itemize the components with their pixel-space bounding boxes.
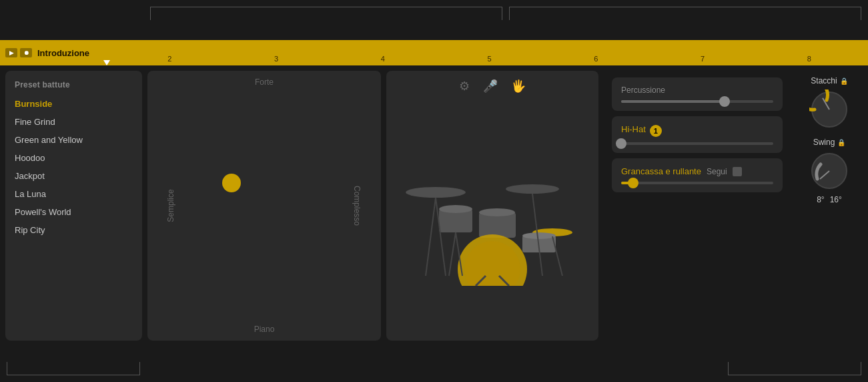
hihat-label: Hi-Hat: [621, 124, 646, 134]
stacchi-label: Stacchi: [811, 76, 837, 85]
ruler-ticks: 2 3 4 5 6 7 8: [107, 40, 868, 65]
percussione-fill: [621, 100, 725, 103]
drum-kit-visual: [386, 98, 598, 341]
pad-area[interactable]: Forte Piano Semplice Complesso: [147, 71, 381, 341]
swing-label-row: Swing 🔒: [813, 138, 846, 147]
right-panel: Stacchi 🔒 Swing 🔒: [796, 71, 863, 341]
pad-label-semplice: Semplice: [166, 189, 175, 222]
sidebar: Preset battute Burnside Fine Grind Green…: [5, 71, 142, 341]
svg-line-14: [552, 236, 562, 276]
swing-lock-icon[interactable]: 🔒: [837, 139, 845, 146]
hihat-thumb[interactable]: [616, 138, 626, 149]
stacchi-lock-icon[interactable]: 🔒: [840, 77, 848, 85]
grancassa-label: Grancassa e rullante: [621, 166, 701, 176]
sidebar-item-powells-world[interactable]: Powell's World: [5, 203, 142, 221]
ruler-icons: ▶ ⏺: [5, 48, 32, 57]
sidebar-item-jackpot[interactable]: Jackpot: [5, 167, 142, 185]
drum-pattern-icon[interactable]: ⚙: [459, 79, 470, 93]
hihat-badge: 1: [650, 125, 662, 137]
percussione-thumb[interactable]: [719, 96, 730, 107]
ruler-num-4: 4: [381, 55, 385, 63]
microphone-icon[interactable]: 🎤: [483, 79, 498, 93]
bracket-right: [509, 7, 861, 20]
segui-toggle[interactable]: [733, 167, 742, 176]
percussione-section: Percussione: [612, 77, 783, 111]
ruler-label: Introduzione: [37, 48, 89, 58]
stacchi-section: Stacchi 🔒: [796, 76, 863, 130]
ruler-num-6: 6: [594, 55, 598, 63]
grancassa-section: Grancassa e rullante Segui: [612, 158, 783, 192]
hihat-slider[interactable]: [621, 142, 773, 145]
svg-point-1: [506, 184, 559, 194]
top-brackets: [150, 7, 861, 40]
svg-point-0: [406, 187, 466, 198]
record-icon[interactable]: ⏺: [20, 48, 32, 57]
drum-kit-svg: [399, 152, 586, 286]
sidebar-item-rip-city[interactable]: Rip City: [5, 221, 142, 239]
bottom-brackets: [7, 362, 861, 375]
bracket-left: [150, 7, 502, 20]
sidebar-item-green-and-yellow[interactable]: Green and Yellow: [5, 131, 142, 149]
stacchi-knob[interactable]: [809, 89, 849, 130]
sidebar-item-la-luna[interactable]: La Luna: [5, 185, 142, 203]
segui-label: Segui: [707, 167, 727, 176]
percussione-label: Percussione: [621, 85, 773, 95]
drum-area: ⚙ 🎤 🖐: [386, 71, 598, 341]
swing-label: Swing: [813, 138, 835, 147]
pad-label-complesso: Complesso: [352, 186, 362, 226]
ruler-num-7: 7: [701, 55, 705, 63]
svg-point-6: [479, 208, 515, 216]
sidebar-item-hoodoo[interactable]: Hoodoo: [5, 149, 142, 167]
main-area: Preset battute Burnside Fine Grind Green…: [0, 65, 868, 346]
svg-line-15: [449, 232, 456, 276]
swing-values: 8° 16°: [817, 195, 842, 204]
percussione-slider[interactable]: [621, 100, 773, 103]
ruler-num-5: 5: [488, 55, 492, 63]
hihat-section: Hi-Hat 1: [612, 116, 783, 153]
play-icon[interactable]: ▶: [5, 48, 17, 57]
pad-label-forte: Forte: [255, 77, 274, 87]
svg-line-11: [426, 198, 436, 276]
bottom-bracket-right: [728, 362, 861, 375]
drum-icons-row: ⚙ 🎤 🖐: [386, 71, 598, 98]
grancassa-slider[interactable]: [621, 182, 773, 184]
swing-section: Swing 🔒 8° 16°: [796, 138, 863, 204]
svg-point-8: [522, 232, 556, 239]
grancassa-row: Grancassa e rullante Segui: [621, 166, 773, 176]
pad-dot[interactable]: [222, 174, 241, 192]
sidebar-title: Preset battute: [5, 77, 142, 95]
sidebar-item-fine-grind[interactable]: Fine Grind: [5, 113, 142, 131]
swing-knob[interactable]: [809, 151, 849, 191]
ruler-num-8: 8: [807, 55, 811, 63]
playhead-marker[interactable]: [103, 60, 110, 65]
svg-point-4: [439, 205, 472, 213]
grancassa-thumb[interactable]: [628, 178, 638, 188]
swing-value2: 16°: [830, 195, 842, 204]
stacchi-label-row: Stacchi 🔒: [811, 76, 847, 85]
ruler-num-3: 3: [274, 55, 278, 63]
hand-icon[interactable]: 🖐: [511, 79, 526, 93]
pad-label-piano: Piano: [254, 325, 275, 334]
swing-value1: 8°: [817, 195, 824, 204]
ruler-num-2: 2: [167, 55, 171, 63]
ruler-bar: ▶ ⏺ Introduzione 2 3 4 5 6 7 8: [0, 40, 868, 65]
controls-panel: Percussione Hi-Hat 1: [604, 71, 791, 341]
sidebar-item-burnside[interactable]: Burnside: [5, 95, 142, 113]
bottom-bracket-left: [7, 362, 140, 375]
